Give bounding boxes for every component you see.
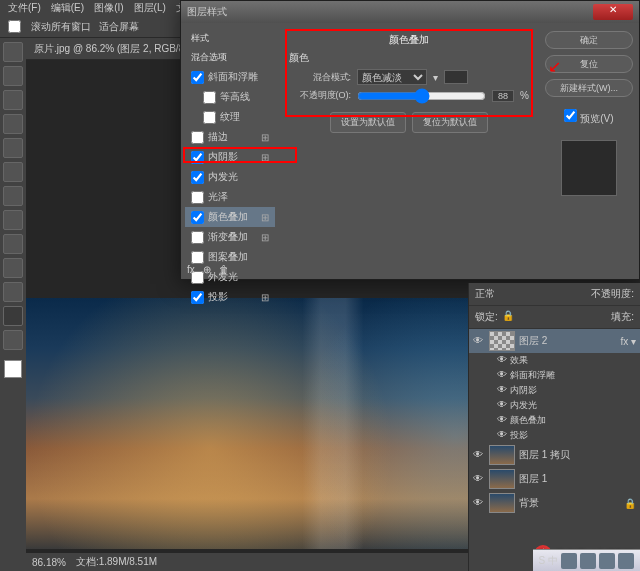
dialog-titlebar[interactable]: 图层样式 ✕: [181, 1, 639, 23]
visibility-icon[interactable]: 👁: [473, 449, 485, 461]
new-style-button[interactable]: 新建样式(W)...: [545, 79, 633, 97]
style-checkbox[interactable]: [191, 151, 204, 164]
opacity-label: 不透明度(O):: [289, 89, 351, 102]
style-item-光泽[interactable]: 光泽: [185, 187, 275, 207]
visibility-icon[interactable]: 👁: [497, 354, 507, 365]
blend-mode-select[interactable]: 颜色减淡: [357, 69, 427, 85]
opacity-value[interactable]: 88: [492, 90, 514, 102]
visibility-icon[interactable]: 👁: [473, 497, 485, 509]
set-default-button[interactable]: 设置为默认值: [330, 112, 406, 133]
style-item-纹理[interactable]: 纹理: [185, 107, 275, 127]
styles-header[interactable]: 样式: [185, 29, 275, 48]
layer-row[interactable]: 👁背景🔒: [469, 491, 640, 515]
effect-item[interactable]: 👁 投影: [469, 428, 640, 443]
effect-item[interactable]: 👁 内发光: [469, 398, 640, 413]
text-tool[interactable]: [3, 282, 23, 302]
style-item-渐变叠加[interactable]: 渐变叠加⊞: [185, 227, 275, 247]
style-checkbox[interactable]: [191, 131, 204, 144]
style-item-投影[interactable]: 投影⊞: [185, 287, 275, 307]
hand-tool[interactable]: [3, 306, 23, 326]
style-checkbox[interactable]: [191, 251, 204, 264]
blend-mode-panel[interactable]: 正常: [475, 287, 495, 301]
style-item-颜色叠加[interactable]: 颜色叠加⊞: [185, 207, 275, 227]
plus-icon[interactable]: ⊞: [261, 232, 269, 243]
tray-icon[interactable]: [599, 553, 615, 569]
effect-item[interactable]: 👁 斜面和浮雕: [469, 368, 640, 383]
plus-icon[interactable]: ⊞: [261, 152, 269, 163]
effect-item[interactable]: 👁 效果: [469, 353, 640, 368]
scroll-all-checkbox[interactable]: [8, 20, 21, 33]
tray-icon[interactable]: [561, 553, 577, 569]
style-checkbox[interactable]: [191, 211, 204, 224]
style-item-内阴影[interactable]: 内阴影⊞: [185, 147, 275, 167]
layer-thumbnail[interactable]: [489, 493, 515, 513]
style-checkbox[interactable]: [203, 111, 216, 124]
color-swatch[interactable]: [444, 70, 468, 84]
fit-screen-btn[interactable]: 适合屏幕: [99, 20, 139, 34]
fx-icon[interactable]: fx: [187, 264, 195, 275]
layer-thumbnail[interactable]: [489, 445, 515, 465]
brush-tool[interactable]: [3, 186, 23, 206]
zoom-value[interactable]: 86.18%: [32, 557, 66, 568]
lock-icon: 🔒: [624, 498, 636, 509]
style-label: 内阴影: [208, 150, 238, 164]
layer-thumbnail[interactable]: [489, 331, 515, 351]
lasso-tool[interactable]: [3, 90, 23, 110]
foreground-swatch[interactable]: [4, 360, 22, 378]
eyedropper-tool[interactable]: [3, 162, 23, 182]
visibility-icon[interactable]: 👁: [497, 414, 507, 425]
preview-checkbox[interactable]: [564, 109, 577, 122]
move-tool[interactable]: [3, 42, 23, 62]
plus-icon[interactable]: ⊞: [261, 132, 269, 143]
opacity-slider[interactable]: [357, 90, 486, 102]
visibility-icon[interactable]: 👁: [473, 335, 485, 347]
style-checkbox[interactable]: [191, 291, 204, 304]
menu-file[interactable]: 文件(F): [4, 1, 45, 15]
fx-badge[interactable]: fx ▾: [620, 336, 636, 347]
menu-image[interactable]: 图像(I): [90, 1, 127, 15]
plus-icon[interactable]: ⊞: [261, 212, 269, 223]
style-checkbox[interactable]: [191, 191, 204, 204]
zoom-tool[interactable]: [3, 330, 23, 350]
wand-tool[interactable]: [3, 114, 23, 134]
visibility-icon[interactable]: 👁: [497, 369, 507, 380]
gradient-tool[interactable]: [3, 258, 23, 278]
add-icon[interactable]: ⊕: [203, 264, 211, 275]
visibility-icon[interactable]: 👁: [497, 429, 507, 440]
chevron-down-icon[interactable]: ▾: [433, 72, 438, 83]
style-item-描边[interactable]: 描边⊞: [185, 127, 275, 147]
effect-item[interactable]: 👁 颜色叠加: [469, 413, 640, 428]
style-label: 描边: [208, 130, 228, 144]
effect-item[interactable]: 👁 内阴影: [469, 383, 640, 398]
style-checkbox[interactable]: [191, 71, 204, 84]
crop-tool[interactable]: [3, 138, 23, 158]
style-item-斜面和浮雕[interactable]: 斜面和浮雕: [185, 67, 275, 87]
tray-icon[interactable]: [580, 553, 596, 569]
eraser-tool[interactable]: [3, 234, 23, 254]
marquee-tool[interactable]: [3, 66, 23, 86]
visibility-icon[interactable]: 👁: [497, 384, 507, 395]
style-label: 渐变叠加: [208, 230, 248, 244]
layer-row[interactable]: 👁图层 2fx ▾: [469, 329, 640, 353]
close-icon[interactable]: ✕: [593, 4, 633, 20]
menu-edit[interactable]: 编辑(E): [47, 1, 88, 15]
ok-button[interactable]: 确定: [545, 31, 633, 49]
trash-icon[interactable]: 🗑: [219, 264, 229, 275]
visibility-icon[interactable]: 👁: [473, 473, 485, 485]
layer-row[interactable]: 👁图层 1 拷贝: [469, 443, 640, 467]
visibility-icon[interactable]: 👁: [497, 399, 507, 410]
style-checkbox[interactable]: [191, 231, 204, 244]
clone-tool[interactable]: [3, 210, 23, 230]
lock-icon[interactable]: 🔒: [502, 310, 514, 324]
layer-thumbnail[interactable]: [489, 469, 515, 489]
layer-row[interactable]: 👁图层 1: [469, 467, 640, 491]
style-checkbox[interactable]: [203, 91, 216, 104]
plus-icon[interactable]: ⊞: [261, 292, 269, 303]
style-item-等高线[interactable]: 等高线: [185, 87, 275, 107]
style-item-内发光[interactable]: 内发光: [185, 167, 275, 187]
menu-layer[interactable]: 图层(L): [130, 1, 170, 15]
style-checkbox[interactable]: [191, 171, 204, 184]
reset-default-button[interactable]: 复位为默认值: [412, 112, 488, 133]
blend-options[interactable]: 混合选项: [185, 48, 275, 67]
tray-icon[interactable]: [618, 553, 634, 569]
